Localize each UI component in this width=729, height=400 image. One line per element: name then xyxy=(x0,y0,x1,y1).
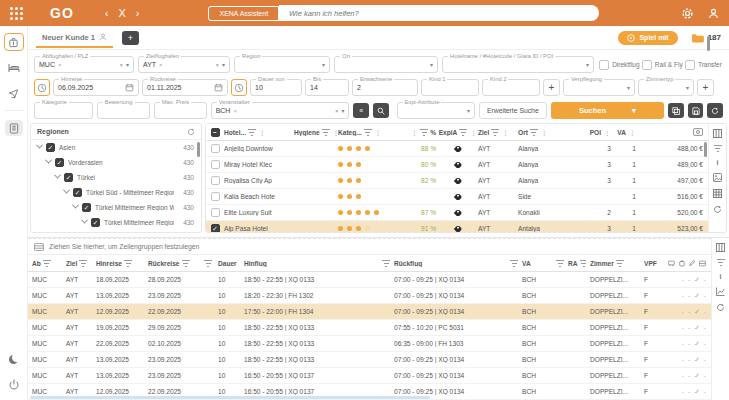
chart-icon[interactable] xyxy=(716,287,725,296)
collapse-operators-button[interactable]: « xyxy=(353,103,369,118)
offer-row[interactable]: MUC AYT 18.09.2025 28.09.2025 10 18:50 -… xyxy=(28,272,711,288)
regions-refresh-icon[interactable] xyxy=(187,128,195,136)
offer-row[interactable]: MUC AYT 22.09.2025 02.10.2025 10 18:50 -… xyxy=(28,336,711,352)
regions-scrollbar[interactable] xyxy=(197,142,200,157)
basket-counter[interactable]: 187 xyxy=(691,33,721,43)
filter-icon[interactable] xyxy=(717,259,725,266)
ort-field[interactable]: Ort ▾ xyxy=(334,56,438,73)
departure-airport-field[interactable]: Abflughafen / PLZ MUC × × ▾ xyxy=(34,56,134,73)
dropdown-caret-icon[interactable]: ▾ xyxy=(586,61,589,68)
clear-icon[interactable]: × xyxy=(119,62,123,68)
column-menu-icon[interactable]: ⋮ xyxy=(541,129,547,136)
dropdown-caret-icon[interactable]: ▾ xyxy=(222,61,225,68)
region-checkbox[interactable] xyxy=(46,143,55,152)
row-checkbox[interactable] xyxy=(211,192,220,201)
reset-search-button[interactable] xyxy=(707,103,723,118)
user-profile-icon[interactable] xyxy=(708,8,719,19)
dropdown-caret-icon[interactable]: ▾ xyxy=(126,61,129,68)
chip-clear-icon[interactable]: × xyxy=(159,62,163,68)
copy-search-button[interactable] xyxy=(668,103,684,118)
filter-icon[interactable] xyxy=(459,129,467,136)
dark-mode-moon-icon[interactable] xyxy=(5,351,23,367)
filter-icon[interactable] xyxy=(43,260,51,267)
hotel-row[interactable]: Royalisa City Ap 82 % AYT Alanya 3 1 497… xyxy=(206,173,708,189)
region-tree-item[interactable]: Asien 430 xyxy=(31,140,201,155)
horizontal-scrollbar[interactable] xyxy=(30,396,430,399)
refresh-icon[interactable] xyxy=(716,303,725,312)
dropdown-caret-icon[interactable]: ▾ xyxy=(467,107,470,114)
refresh-icon[interactable] xyxy=(713,205,722,214)
verpflegung-field[interactable]: Verpflegung ▾ xyxy=(563,79,635,96)
region-tree-item[interactable]: Türkei Mittelmeer Region West 430 xyxy=(31,200,201,215)
hotel-bed-icon[interactable] xyxy=(5,60,23,76)
bis-field[interactable]: Bis 14 xyxy=(305,79,349,96)
filter-icon[interactable] xyxy=(714,145,722,152)
image-icon[interactable] xyxy=(713,173,722,182)
outbound-time-button[interactable] xyxy=(34,79,50,96)
calendar-icon[interactable] xyxy=(125,83,134,92)
tab-neuer-kunde[interactable]: Neuer Kunde 1 xyxy=(36,28,113,48)
checkbox-box[interactable] xyxy=(685,60,695,70)
nav-x-icon[interactable]: X xyxy=(118,7,125,19)
info-icon[interactable]: i xyxy=(720,273,722,280)
region-tree-item[interactable]: Türkei Süd - Mittelmeer Region 430 xyxy=(31,185,201,200)
clear-icon[interactable]: × xyxy=(215,62,219,68)
filter-icon[interactable] xyxy=(530,129,538,136)
filter-icon[interactable] xyxy=(364,129,372,136)
hotel-row[interactable]: Miray Hotel Klec 80 % AYT Alanya 3 1 489… xyxy=(206,157,708,173)
hotel-scrollbar[interactable] xyxy=(704,142,707,157)
filter-icon[interactable] xyxy=(322,129,330,136)
return-time-button[interactable] xyxy=(231,79,247,96)
chevron-down-icon[interactable] xyxy=(63,187,70,194)
region-tree-item[interactable]: Vorderasien 430 xyxy=(31,155,201,170)
column-menu-icon[interactable]: ⋮ xyxy=(470,129,476,136)
rueckreise-field[interactable]: Rückreise 01.11.2025 xyxy=(142,79,228,96)
row-checkbox[interactable] xyxy=(211,176,220,185)
chevron-down-icon[interactable] xyxy=(36,142,43,149)
offer-row[interactable]: MUC AYT 13.09.2025 23.09.2025 10 16:50 -… xyxy=(28,368,711,384)
option-checkbox[interactable]: Rail & Fly xyxy=(642,60,683,70)
pivot-icon[interactable] xyxy=(713,189,722,198)
row-group-dropzone[interactable]: Ziehen Sie hierher, um Zeilengruppen fes… xyxy=(28,238,711,255)
assistant-search-input[interactable] xyxy=(279,5,599,21)
save-search-button[interactable] xyxy=(688,103,704,118)
select-all-checkbox[interactable] xyxy=(211,128,220,137)
flight-icon[interactable] xyxy=(5,85,23,101)
filter-icon[interactable] xyxy=(510,260,518,267)
region-tree-item[interactable]: Türkei 430 xyxy=(31,170,201,185)
row-checkbox[interactable] xyxy=(211,144,220,153)
row-checkbox[interactable] xyxy=(211,224,220,232)
filter-icon[interactable] xyxy=(204,260,212,267)
filter-icon[interactable] xyxy=(124,260,132,267)
filter-icon[interactable] xyxy=(248,129,256,136)
dropdown-caret-icon[interactable]: ▾ xyxy=(627,84,630,91)
add-tab-button[interactable]: + xyxy=(122,31,139,45)
add-room-button[interactable]: + xyxy=(697,79,714,96)
region-checkbox[interactable] xyxy=(55,158,64,167)
zimmertyp-field[interactable]: Zimmertyp ▾ xyxy=(638,79,694,96)
row-checkbox[interactable] xyxy=(211,160,220,169)
column-menu-icon[interactable]: ⋮ xyxy=(375,129,381,136)
filter-icon[interactable] xyxy=(556,260,564,267)
operator-search-button[interactable] xyxy=(373,103,389,118)
chip-clear-icon[interactable]: × xyxy=(233,108,237,114)
region-checkbox[interactable] xyxy=(64,173,73,182)
column-menu-icon[interactable]: ⋮ xyxy=(259,129,265,136)
erweiterte-suche-button[interactable]: Erweiterte Suche xyxy=(479,102,547,119)
add-child-button[interactable]: + xyxy=(543,79,560,96)
document-list-icon[interactable] xyxy=(5,120,23,136)
offer-row[interactable]: MUC AYT 13.09.2025 23.09.2025 10 18:50 -… xyxy=(28,352,711,368)
package-search-icon[interactable] xyxy=(4,33,24,51)
kategorie-field[interactable]: Kategorie xyxy=(34,102,93,119)
columns-icon[interactable] xyxy=(716,243,725,252)
kind1-field[interactable]: Kind 1 xyxy=(421,79,479,96)
arrival-airport-field[interactable]: Zielflughafen AYT × × ▾ xyxy=(138,56,230,73)
max-preis-field[interactable]: Max. Preis xyxy=(154,102,207,119)
chevron-down-icon[interactable] xyxy=(54,172,61,179)
dropdown-caret-icon[interactable]: ▾ xyxy=(686,84,689,91)
offer-row[interactable]: MUC AYT 12.09.2025 22.09.2025 10 17:50 -… xyxy=(28,304,711,320)
settings-gear-icon[interactable] xyxy=(681,7,694,20)
expi-attribute-field[interactable]: Expi-Attribute ▾ xyxy=(397,102,475,119)
dauer-von-field[interactable]: Dauer von 10 xyxy=(250,79,302,96)
column-menu-icon[interactable]: ⋮ xyxy=(502,129,508,136)
